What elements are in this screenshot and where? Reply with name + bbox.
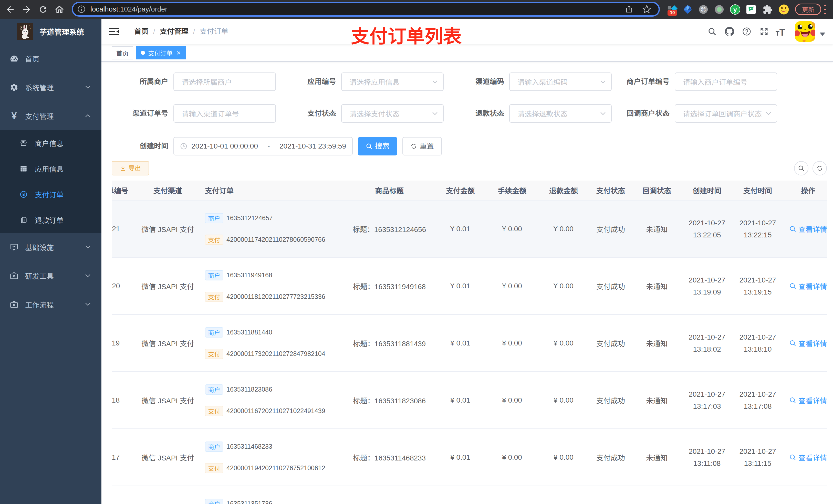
order-numbers: 商户 1635311351736 支付: [205, 499, 272, 504]
cell-action: 查看详情: [783, 372, 827, 429]
date-end: 2021-10-31 23:59:59: [280, 142, 346, 150]
view-detail-link[interactable]: 查看详情: [789, 395, 827, 405]
sidebar-item-infrastructure[interactable]: 基础设施: [0, 233, 101, 262]
sidebar-item-refund-order[interactable]: 退款订单: [0, 207, 101, 233]
github-icon[interactable]: [725, 27, 734, 36]
merchant-tag: 商户: [205, 384, 223, 394]
view-detail-link[interactable]: 查看详情: [789, 224, 827, 234]
sidebar-item-dev-tools[interactable]: 研发工具: [0, 262, 101, 290]
search-button[interactable]: 搜索: [358, 137, 397, 155]
browser-reload-button[interactable]: [38, 4, 49, 15]
header-search-icon[interactable]: [708, 27, 717, 36]
avatar-caret-icon[interactable]: [820, 32, 825, 36]
merchant-tag: 商户: [205, 213, 223, 223]
filter-label: 渠道订单号: [112, 104, 173, 123]
app-select[interactable]: 请选择应用信息: [341, 72, 444, 91]
cell-refund-amount: ¥ 0.00: [538, 429, 589, 485]
channel-code-select[interactable]: 请输入渠道编码: [509, 72, 612, 91]
sidebar-item-pay-order[interactable]: 支付订单: [0, 182, 101, 207]
view-detail-link[interactable]: 查看详情: [789, 281, 827, 291]
view-detail-link[interactable]: 查看详情: [789, 338, 827, 348]
extension-proxy-icon[interactable]: [714, 0, 724, 19]
sidebar-logo[interactable]: 芋道管理系统: [0, 19, 101, 44]
site-info-icon[interactable]: [78, 5, 85, 13]
briefcase-icon: [10, 300, 19, 309]
sidebar-item-label: 工作流程: [25, 299, 54, 310]
breadcrumb: 首页 / 支付管理 / 支付订单: [134, 19, 229, 44]
cell-pay-order: 商户 1635311949168 支付 42000011812021102777…: [200, 258, 344, 314]
address-bar[interactable]: localhost:1024/pay/order: [72, 2, 660, 17]
extension-emoji-icon[interactable]: [778, 0, 789, 19]
extension-blocks-icon[interactable]: [667, 0, 678, 19]
export-button[interactable]: 导出: [112, 161, 149, 175]
tab-pay-order[interactable]: 支付订单: [136, 46, 186, 59]
fullscreen-icon[interactable]: [760, 27, 769, 36]
merchant-tag: 商户: [205, 441, 223, 452]
breadcrumb-section[interactable]: 支付管理: [160, 19, 189, 44]
extension-chat-icon[interactable]: [746, 0, 756, 19]
table-header-row: 订单编号 支付渠道 支付订单 商品标题 支付金额 手续金额 退款金额 支付状态 …: [112, 181, 827, 200]
help-icon[interactable]: [742, 27, 751, 36]
cell-create-time: 2021-10-2713:19:09: [681, 258, 733, 314]
sidebar-item-app-info[interactable]: 应用信息: [0, 156, 101, 182]
pay-order-line: 支付 4200001181202110277723215336: [205, 292, 325, 302]
refund-status-select[interactable]: 请选择退款状态: [509, 104, 612, 123]
cell-pay-time: 2021-10-2713:11:15: [733, 429, 783, 485]
close-icon[interactable]: [176, 50, 181, 55]
sidebar-item-home[interactable]: 首页: [0, 44, 101, 73]
merchant-tag: 商户: [205, 499, 223, 504]
table-actions: [794, 161, 827, 175]
cell-title: 标题：1635311468233: [344, 429, 434, 485]
reset-button[interactable]: 重置: [402, 137, 442, 155]
cell-pay-channel: 微信 JSAPI 支付: [136, 258, 200, 314]
toggle-search-button[interactable]: [794, 161, 808, 175]
filter-app: 应用编号 请选择应用信息: [281, 72, 444, 91]
browser-forward-button[interactable]: [21, 4, 32, 15]
font-size-icon[interactable]: TT: [776, 19, 785, 44]
sidebar-item-label: 系统管理: [25, 82, 54, 93]
extension-command-icon[interactable]: ⌘: [698, 0, 709, 19]
merchant-order-no-input[interactable]: 请输入商户订单编号: [675, 72, 777, 91]
sidebar-item-merchant-info[interactable]: 商户信息: [0, 130, 101, 156]
svg-text:y: y: [733, 6, 737, 13]
share-icon[interactable]: [625, 5, 634, 14]
extension-y-icon[interactable]: y: [730, 0, 741, 19]
sidebar-toggle-icon[interactable]: [109, 26, 119, 37]
browser-back-button[interactable]: [5, 4, 16, 15]
refresh-table-button[interactable]: [812, 161, 827, 175]
browser-menu-icon[interactable]: [823, 5, 827, 14]
user-avatar[interactable]: [795, 21, 815, 42]
breadcrumb-home[interactable]: 首页: [134, 19, 148, 44]
order-numbers: 商户 1635311949168 支付 42000011812021102777…: [205, 270, 325, 302]
clock-icon: [180, 143, 187, 150]
sidebar-item-workflow[interactable]: 工作流程: [0, 290, 101, 319]
sidebar-item-system[interactable]: 系统管理: [0, 73, 101, 102]
bookmark-star-icon[interactable]: [642, 5, 651, 14]
monitor-icon: [10, 243, 19, 251]
cell-pay-status: 支付成功: [589, 429, 632, 485]
tab-home[interactable]: 首页: [112, 46, 133, 59]
sidebar-item-payment[interactable]: ¥ 支付管理: [0, 102, 101, 130]
col-header-pay-status: 支付状态: [589, 181, 632, 200]
cell-refund-amount: ¥ 0.00: [538, 372, 589, 429]
gear-icon: [10, 83, 19, 92]
browser-update-button[interactable]: 更新: [795, 4, 821, 15]
merchant-order-line: 商户 1635311351736: [205, 499, 272, 504]
sidebar-item-label: 研发工具: [25, 271, 54, 281]
pay-status-select[interactable]: 请选择支付状态: [341, 104, 444, 123]
date-range-input[interactable]: 2021-10-01 00:00:00 - 2021-10-31 23:59:5…: [173, 137, 353, 155]
view-detail-link[interactable]: 查看详情: [789, 452, 827, 462]
search-icon: [789, 397, 796, 404]
back-arrow-icon: [5, 4, 15, 15]
chevron-down-icon: [85, 85, 91, 89]
chevron-down-icon: [432, 112, 438, 115]
channel-order-no-input[interactable]: 请输入渠道订单号: [173, 104, 276, 123]
date: 2021-10-27: [739, 217, 776, 229]
extension-gem-icon[interactable]: [682, 0, 693, 19]
callback-status-select[interactable]: 请选择订单回调商户状态: [675, 104, 777, 123]
cell-create-time: 2021-10-2713:18:02: [681, 315, 733, 371]
date: 2021-10-27: [739, 331, 776, 343]
browser-home-button[interactable]: [54, 4, 65, 15]
extensions-puzzle-icon[interactable]: [762, 0, 773, 19]
merchant-select[interactable]: 请选择所属商户: [173, 72, 276, 91]
